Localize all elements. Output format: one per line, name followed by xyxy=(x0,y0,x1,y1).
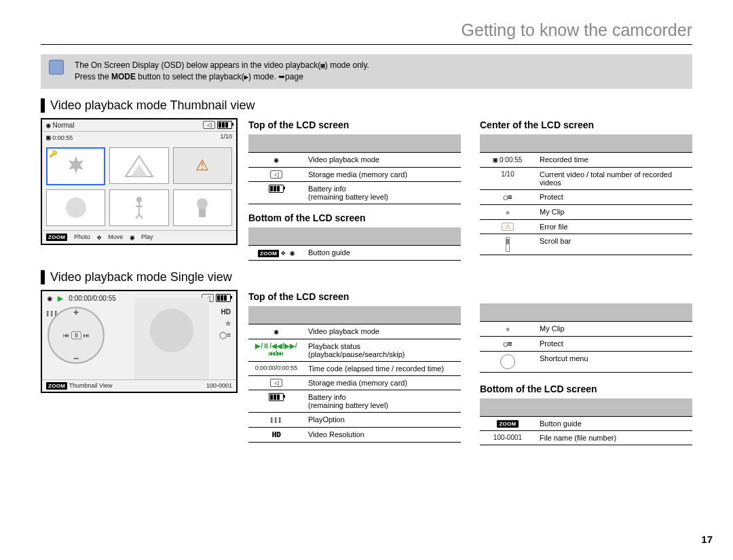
lcd-thumbnail-view: ◉ Normal ◁ ▣ 0:00:55 1/10 🔑 ⚠ ZOOMPhoto … xyxy=(41,118,238,245)
table-row: ⚠Error file xyxy=(480,219,692,234)
zoom-label-icon: ZOOM xyxy=(497,420,518,428)
star-icon: ✮ xyxy=(506,324,510,333)
bottom-lcd-heading-1: Bottom of the LCD screen xyxy=(248,212,461,223)
center-lcd-heading: Center of the LCD screen xyxy=(480,119,692,130)
play-ctrl-icons: ▶/⏸/◀◀/▶▶/⏮/⏭ xyxy=(255,342,297,357)
card-icon: ◁ xyxy=(270,379,282,387)
note-icon xyxy=(49,60,64,75)
lcd-single-view: ◉ ▶ 0:00:00/0:00:55 ◁ HD ✮ ◯≡ ⫿⫿⫿ + ⏮⏸⏭ … xyxy=(41,290,238,393)
table-row: ◯≡Protect xyxy=(480,189,692,204)
table-center-lcd: ▣ 0:00:55Recorded time 1/10Current video… xyxy=(480,134,692,255)
photo-label: Photo xyxy=(74,234,90,240)
table-row: ▣ 0:00:55Recorded time xyxy=(480,152,692,167)
table-row: 1/10Current video / total number of reco… xyxy=(480,167,692,189)
move-icon: ✥ xyxy=(97,233,102,242)
normal-label: Normal xyxy=(52,122,74,129)
recorded-time: ▣ 0:00:55 xyxy=(46,133,73,142)
svg-rect-1 xyxy=(199,208,206,217)
zoom-label: ZOOM xyxy=(46,234,67,241)
battery-icon xyxy=(216,294,231,302)
thumbnail-grid: 🔑 ⚠ xyxy=(42,143,236,230)
file-number: 100-0001 xyxy=(206,382,232,389)
counter: 1/10 xyxy=(220,133,232,142)
svg-point-2 xyxy=(197,198,208,209)
battery-icon xyxy=(269,185,284,193)
card-icon: ◁ xyxy=(270,170,282,179)
playopt-icon: ⫿⫿⫿ xyxy=(270,415,282,424)
video-frame-silhouette xyxy=(134,298,209,379)
film-icon: ◉ xyxy=(48,294,52,303)
film-icon: ◉ xyxy=(274,155,279,164)
thumbnail-3-error: ⚠ xyxy=(173,147,232,184)
battery-icon xyxy=(269,393,284,401)
note-line-2: Press the MODE button to select the play… xyxy=(75,71,683,83)
table-row: Battery info (remaining battery level) xyxy=(248,390,461,412)
page-number: 17 xyxy=(701,534,713,545)
note-line-1: The On Screen Display (OSD) below appear… xyxy=(75,60,683,71)
table-row: ZOOM ✥ ◉Button guide xyxy=(248,245,461,260)
bottom-lcd-heading-2: Bottom of the LCD screen xyxy=(480,384,692,394)
play-mode-icon: ▣ xyxy=(320,60,325,71)
scroll-icon xyxy=(506,237,510,252)
move-label: Move xyxy=(108,234,123,240)
svg-point-0 xyxy=(136,197,142,202)
thumbnail-1-selected: 🔑 xyxy=(46,147,105,185)
key-icon: ◯≡ xyxy=(219,329,231,341)
table-row: Shortcut menu xyxy=(480,351,692,372)
timecode: 0:00:00/0:00:55 xyxy=(69,295,116,302)
table-row: ▶/⏸/◀◀/▶▶/⏮/⏭Playback status (playback/p… xyxy=(248,339,461,361)
table-row: ⫿⫿⫿PlayOption xyxy=(248,412,461,427)
section-title-thumbnail: Video playback mode Thumbnail view xyxy=(41,98,692,113)
play-icon: ◉ xyxy=(130,233,134,242)
section-title-single: Video playback mode Single view xyxy=(41,270,692,284)
dial-icon xyxy=(500,354,515,369)
table-row: Scroll bar xyxy=(480,234,692,255)
table-row: ZOOMButton guide xyxy=(480,416,692,430)
table-bottom-lcd-2: ZOOMButton guide 100-0001File name (file… xyxy=(480,398,692,445)
warn-icon: ⚠ xyxy=(502,223,514,231)
page-header: Getting to know the camcorder xyxy=(41,20,692,45)
table-row: Battery info (remaining battery level) xyxy=(248,181,461,204)
table-row: ◁Storage media (memory card) xyxy=(248,375,461,390)
control-pad: + ⏮⏸⏭ − xyxy=(48,307,105,364)
thumbnail-5 xyxy=(109,189,168,226)
thumbnail-6 xyxy=(173,189,232,226)
table-row: ◁Storage media (memory card) xyxy=(248,167,461,181)
star-icon: ✮ xyxy=(506,208,510,217)
thumbnail-2 xyxy=(109,147,168,184)
table-row: HDVideo Resolution xyxy=(248,427,461,442)
table-top-lcd-1: ◉Video playback mode ◁Storage media (mem… xyxy=(248,134,461,204)
film-icon: ◉ xyxy=(274,327,279,336)
zoom-label: ZOOM xyxy=(46,382,67,390)
table-row: ✮My Clip xyxy=(480,204,692,219)
hd-badge: HD xyxy=(219,306,231,318)
table-row: 0:00:00/0:00:55Time code (elapsed time /… xyxy=(248,361,461,375)
key-icon: ◯≡ xyxy=(503,193,512,202)
zoom-label-icon: ZOOM xyxy=(258,250,279,257)
star-icon: ✮ xyxy=(219,318,231,329)
page-title: Getting to know the camcorder xyxy=(41,20,692,40)
table-row: ◯≡Protect xyxy=(480,336,692,351)
play-status-icon: ▶ xyxy=(58,295,63,302)
card-icon: ◁ xyxy=(203,121,215,129)
table-bottom-lcd-1: ZOOM ✥ ◉Button guide xyxy=(248,227,461,261)
thumbnail-view-label: Thumbnail View xyxy=(69,382,113,389)
note-box: The On Screen Display (OSD) below appear… xyxy=(41,54,692,89)
battery-icon xyxy=(217,121,232,129)
top-lcd-heading-2: Top of the LCD screen xyxy=(248,291,461,302)
thumbnail-4 xyxy=(46,189,105,226)
table-row: ◉Video playback mode xyxy=(248,324,461,339)
top-lcd-heading-1: Top of the LCD screen xyxy=(248,119,461,130)
film-icon: ◉ xyxy=(46,121,51,130)
play-label: Play xyxy=(141,234,153,240)
key-icon: ◯≡ xyxy=(503,339,512,348)
table-top-lcd-2-right: ✮My Clip ◯≡Protect Shortcut menu xyxy=(480,303,692,373)
table-row: 100-0001File name (file number) xyxy=(480,430,692,445)
table-row: ◉Video playback mode xyxy=(248,152,461,167)
table-top-lcd-2: ◉Video playback mode ▶/⏸/◀◀/▶▶/⏮/⏭Playba… xyxy=(248,306,461,443)
table-row: ✮My Clip xyxy=(480,321,692,336)
